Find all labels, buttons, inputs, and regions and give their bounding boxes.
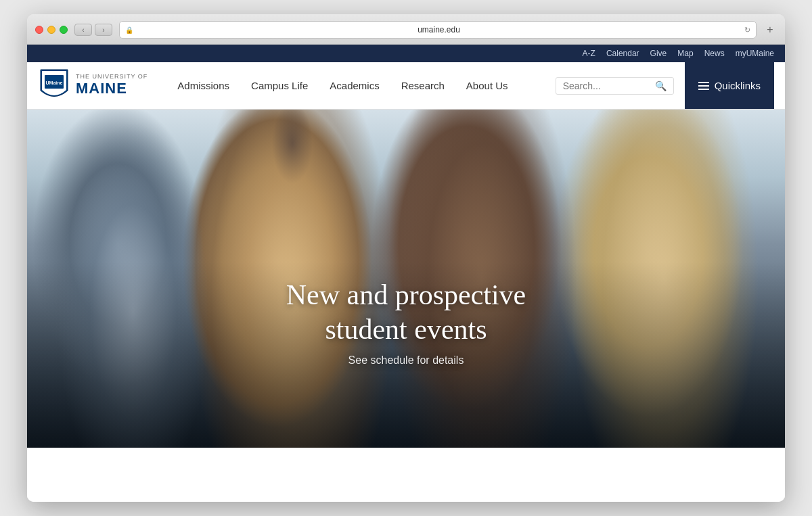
browser-titlebar: ‹ › 🔒 umaine.edu ↻ +	[27, 14, 785, 45]
quicklinks-button[interactable]: Quicklinks	[685, 62, 774, 109]
refresh-icon[interactable]: ↻	[744, 26, 750, 34]
utility-link-calendar[interactable]: Calendar	[606, 49, 639, 58]
utility-link-az[interactable]: A-Z	[583, 49, 595, 58]
forward-icon: ›	[102, 26, 104, 34]
minimize-button[interactable]	[47, 26, 55, 34]
lock-icon: 🔒	[125, 26, 133, 34]
utility-link-news[interactable]: News	[704, 49, 725, 58]
traffic-lights	[35, 26, 68, 34]
hamburger-icon	[698, 82, 709, 90]
logo-shield-icon: UMaine	[38, 67, 70, 104]
website-content: A-Z Calendar Give Map News myUMaine UMai…	[27, 45, 785, 502]
nav-academics[interactable]: Academics	[320, 74, 388, 97]
utility-link-map[interactable]: Map	[677, 49, 693, 58]
nav-research[interactable]: Research	[392, 74, 454, 97]
logo-maine-text: MAINE	[76, 80, 148, 97]
search-area[interactable]: 🔍	[556, 77, 674, 95]
back-icon: ‹	[82, 26, 84, 34]
nav-buttons: ‹ ›	[74, 24, 112, 36]
close-button[interactable]	[35, 26, 43, 34]
hero-text-overlay: New and prospectivestudent events See sc…	[286, 278, 526, 367]
quicklinks-label: Quicklinks	[715, 80, 761, 91]
utility-link-myumaine[interactable]: myUMaine	[736, 49, 774, 58]
main-navigation: UMaine THE UNIVERSITY OF MAINE Admission…	[27, 62, 785, 110]
hero-title: New and prospectivestudent events	[286, 278, 526, 346]
site-logo[interactable]: UMaine THE UNIVERSITY OF MAINE	[38, 67, 148, 104]
url-text: umaine.edu	[137, 25, 740, 34]
nav-admissions[interactable]: Admissions	[168, 74, 239, 97]
utility-link-give[interactable]: Give	[650, 49, 667, 58]
hero-subtitle: See schedule for details	[286, 354, 526, 367]
new-tab-button[interactable]: +	[763, 23, 777, 37]
nav-about-us[interactable]: About Us	[457, 74, 518, 97]
search-icon[interactable]: 🔍	[655, 80, 667, 91]
browser-window: ‹ › 🔒 umaine.edu ↻ + A-Z Calendar Give M…	[27, 14, 785, 502]
utility-bar: A-Z Calendar Give Map News myUMaine	[27, 45, 785, 62]
maximize-button[interactable]	[60, 26, 68, 34]
svg-text:UMaine: UMaine	[46, 80, 63, 85]
back-button[interactable]: ‹	[74, 24, 92, 36]
nav-campus-life[interactable]: Campus Life	[242, 74, 317, 97]
forward-button[interactable]: ›	[95, 24, 112, 36]
primary-nav: Admissions Campus Life Academics Researc…	[168, 74, 555, 97]
hero-section: New and prospectivestudent events See sc…	[27, 110, 785, 448]
page-content-area	[27, 448, 785, 502]
nav-right: 🔍 Quicklinks	[556, 62, 774, 109]
search-input[interactable]	[563, 80, 651, 91]
address-bar[interactable]: 🔒 umaine.edu ↻	[119, 21, 757, 39]
